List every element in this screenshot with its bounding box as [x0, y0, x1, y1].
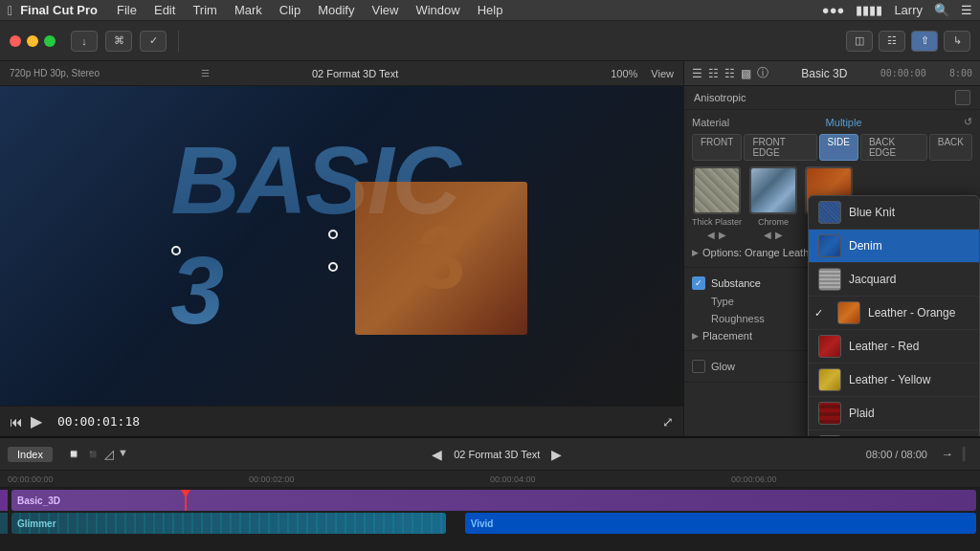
menu-modify[interactable]: Modify — [310, 1, 362, 19]
clip-ctrl-1[interactable]: ◽ — [66, 447, 81, 461]
timeline-ruler: 00:00:00:00 00:00:02:00 00:00:04:00 00:0… — [0, 471, 980, 488]
dd-item-polka-dot[interactable]: Polka Dot — [809, 430, 979, 436]
monitor-icon[interactable]: ◫ — [846, 31, 873, 52]
inspector-icon-1[interactable]: ☰ — [692, 67, 702, 80]
inspector-icon-5[interactable]: ⓘ — [757, 65, 768, 81]
material-value[interactable]: Multiple — [826, 117, 862, 128]
inspector-icon-4[interactable]: ▩ — [741, 67, 751, 80]
timeline-edge-icon: ▎ — [963, 447, 972, 461]
dd-item-leather-yellow[interactable]: Leather - Yellow — [809, 364, 979, 397]
close-button[interactable] — [10, 35, 21, 47]
menu-icon[interactable]: ☰ — [961, 3, 972, 17]
clip-vivid[interactable]: Vivid — [465, 513, 976, 534]
swatch-chrome: Chrome ◀ ▶ — [749, 166, 797, 240]
ruler-mark-3: 00:00:06:00 — [731, 474, 777, 484]
dd-item-leather-orange[interactable]: ✓ Leather - Orange — [809, 297, 979, 330]
dd-item-jacquard[interactable]: Jacquard — [809, 263, 979, 297]
play-icon[interactable]: ▶ — [31, 412, 42, 430]
key-button[interactable]: ⌘ — [105, 31, 132, 52]
face-tab-back[interactable]: BACK — [929, 134, 972, 161]
format-label: 720p HD 30p, Stereo — [10, 68, 100, 78]
menu-edit[interactable]: Edit — [146, 1, 183, 19]
battery-icon: ▮▮▮▮ — [856, 3, 882, 17]
substance-checkbox[interactable]: ✓ — [692, 276, 705, 290]
timeline-prev-icon[interactable]: ◀ — [432, 447, 442, 462]
glow-label: Glow — [711, 361, 735, 372]
dd-swatch-polka-dot — [818, 435, 841, 436]
view-button[interactable]: View — [651, 68, 674, 79]
grid-icon[interactable]: ☷ — [879, 31, 905, 52]
swatch-chrome-prev-icon[interactable]: ◀ — [764, 230, 771, 240]
traffic-lights — [10, 35, 56, 47]
dd-swatch-plaid — [818, 402, 841, 425]
fullscreen-preview-icon[interactable]: ⤢ — [662, 414, 674, 430]
ruler-mark-2: 00:00:04:00 — [490, 474, 536, 484]
face-tab-back-edge[interactable]: BACK EDGE — [860, 134, 927, 161]
index-button[interactable]: Index — [8, 447, 53, 462]
inspector-icon-3[interactable]: ☷ — [724, 67, 735, 80]
dd-item-plaid[interactable]: Plaid — [809, 397, 979, 430]
fullscreen-button[interactable] — [44, 35, 56, 47]
rewind-icon[interactable]: ⏮ — [10, 414, 23, 430]
clip-glimmer-label: Glimmer — [17, 518, 56, 529]
clip-basic3d[interactable]: Basic_3D — [11, 490, 976, 511]
material-dropdown: Blue Knit Denim Jacquard ✓ Leather - Ora… — [808, 195, 980, 436]
transform-handle-3[interactable] — [171, 246, 181, 255]
glow-checkbox[interactable] — [692, 360, 705, 373]
dd-swatch-denim — [818, 234, 841, 257]
dd-item-denim[interactable]: Denim — [809, 230, 979, 263]
timeline-pointer-icon[interactable]: → — [941, 447, 953, 461]
menu-view[interactable]: View — [364, 1, 406, 19]
clip-glimmer[interactable]: Glimmer — [11, 513, 446, 534]
swatch-next-icon[interactable]: ▶ — [719, 230, 726, 240]
menubar:  Final Cut Pro File Edit Trim Mark Clip… — [0, 0, 980, 21]
options-triangle-icon: ▶ — [692, 248, 699, 257]
swatch-prev-icon[interactable]: ◀ — [707, 230, 715, 240]
menu-mark[interactable]: Mark — [227, 1, 270, 19]
material-label: Material — [692, 117, 729, 128]
apple-logo-icon:  — [8, 3, 12, 18]
dd-swatch-jacquard — [818, 268, 841, 291]
menu-clip[interactable]: Clip — [272, 1, 308, 19]
swatch-chrome-img[interactable] — [749, 166, 797, 214]
face-tab-front[interactable]: FRONT — [692, 134, 742, 161]
menu-window[interactable]: Window — [408, 1, 467, 19]
search-icon[interactable]: 🔍 — [934, 3, 949, 17]
clip-ctrl-2[interactable]: ◾ — [85, 447, 100, 461]
minimize-button[interactable] — [27, 35, 38, 47]
inspector-icon-2[interactable]: ☷ — [708, 67, 719, 80]
ruler-mark-1: 00:00:02:00 — [249, 474, 295, 484]
dd-item-leather-red[interactable]: Leather - Red — [809, 330, 979, 364]
swatch-thick-plaster-img[interactable] — [693, 166, 741, 214]
menu-file[interactable]: File — [109, 1, 145, 19]
inspector-header: ☰ ☷ ☷ ▩ ⓘ Basic 3D 00:00:00 8:00 — [684, 61, 980, 86]
dd-swatch-leather-yellow — [818, 368, 841, 391]
reset-icon[interactable]: ↺ — [964, 116, 972, 128]
menu-trim[interactable]: Trim — [185, 1, 225, 19]
dd-item-blue-knit[interactable]: Blue Knit — [809, 196, 979, 230]
anisotropic-checkbox[interactable] — [955, 90, 970, 105]
check-button[interactable]: ✓ — [140, 31, 167, 52]
toolbar: ↓ ⌘ ✓ ◫ ☷ ⇧ ↳ — [0, 21, 980, 61]
menu-help[interactable]: Help — [470, 1, 511, 19]
clip-name-label: 02 Format 3D Text — [312, 68, 398, 79]
download-button[interactable]: ↓ — [71, 31, 98, 52]
zoom-label: 100% — [611, 68, 637, 79]
dd-label-leather-yellow: Leather - Yellow — [849, 373, 930, 386]
timeline-next-icon[interactable]: ▶ — [551, 447, 562, 462]
swatch-thick-plaster: Thick Plaster ◀ ▶ — [692, 166, 742, 240]
face-tab-front-edge[interactable]: FRONT EDGE — [744, 134, 816, 161]
clip-ctrl-3[interactable]: ◿ — [104, 447, 114, 461]
timeline: Index ◽ ◾ ◿ ▼ ◀ 02 Format 3D Text ▶ 08:0… — [0, 436, 980, 551]
swatch-chrome-next-icon[interactable]: ▶ — [775, 230, 783, 240]
clip-dropdown[interactable]: ▼ — [118, 447, 128, 461]
track-sub: Glimmer Vivid — [0, 513, 980, 534]
transform-handle-1[interactable] — [328, 230, 338, 239]
inspector-time: 00:00:00 8:00 — [880, 68, 972, 78]
timeline-header: Index ◽ ◾ ◿ ▼ ◀ 02 Format 3D Text ▶ 08:0… — [0, 438, 980, 471]
share-icon[interactable]: ⇧ — [911, 31, 938, 52]
transform-handle-2[interactable] — [328, 262, 338, 272]
timeline-tracks: Basic_3D Glimmer Vivid — [0, 488, 980, 551]
export-icon[interactable]: ↳ — [944, 31, 970, 52]
face-tab-side[interactable]: SIDE — [819, 134, 858, 161]
